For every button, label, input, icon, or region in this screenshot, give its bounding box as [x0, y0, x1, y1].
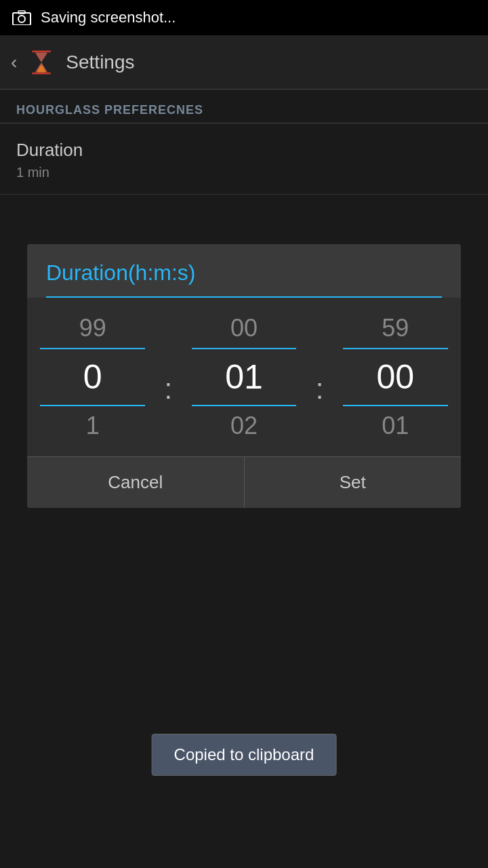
picker-row: 99 0 1 : 00 01 02 : 59 00: [27, 309, 461, 446]
separator-2: :: [310, 373, 330, 408]
svg-rect-0: [13, 13, 30, 25]
screenshot-icon: [11, 7, 33, 28]
dialog-buttons: Cancel Set: [27, 456, 461, 508]
hours-below: 1: [27, 406, 158, 446]
dialog-title: Duration(h:m:s): [46, 260, 442, 298]
seconds-below: 01: [330, 406, 461, 446]
setting-title: Duration: [16, 140, 472, 161]
section-header-text: HOURGLASS PREFERECNES: [16, 103, 203, 117]
svg-point-1: [18, 16, 25, 22]
seconds-above: 59: [330, 309, 461, 348]
hourglass-icon: [28, 49, 55, 76]
set-button[interactable]: Set: [245, 457, 462, 508]
seconds-current: 00: [330, 349, 461, 405]
dialog-title-section: Duration(h:m:s): [27, 244, 461, 298]
minutes-picker[interactable]: 00 01 02: [178, 309, 309, 446]
back-button[interactable]: ‹: [11, 52, 17, 73]
minutes-below: 02: [178, 406, 309, 446]
section-header: HOURGLASS PREFERECNES: [0, 90, 488, 123]
app-bar: ‹ Settings: [0, 35, 488, 90]
minutes-above: 00: [178, 309, 309, 348]
cancel-button[interactable]: Cancel: [27, 457, 245, 508]
hours-picker[interactable]: 99 0 1: [27, 309, 158, 446]
status-bar: Saving screenshot...: [0, 0, 488, 35]
picker-section: 99 0 1 : 00 01 02 : 59 00: [27, 298, 461, 456]
seconds-picker[interactable]: 59 00 01: [330, 309, 461, 446]
duration-dialog: Duration(h:m:s) 99 0 1 : 00 01 02: [27, 244, 461, 508]
separator-1: :: [158, 373, 178, 408]
clipboard-toast: Copied to clipboard: [152, 734, 337, 776]
hours-current: 0: [27, 349, 158, 405]
status-bar-text: Saving screenshot...: [41, 9, 176, 26]
duration-setting-row[interactable]: Duration 1 min: [0, 123, 488, 195]
hours-above: 99: [27, 309, 158, 348]
minutes-current: 01: [178, 349, 309, 405]
setting-value: 1 min: [16, 165, 472, 180]
app-bar-title: Settings: [66, 52, 134, 73]
